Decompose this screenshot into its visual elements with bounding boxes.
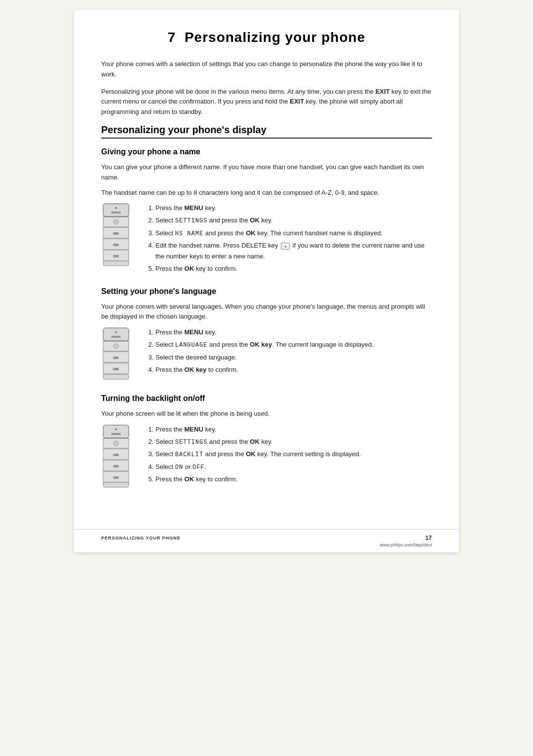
- svg-point-18: [114, 344, 118, 349]
- chapter-title: Personalizing your phone: [185, 30, 365, 45]
- svg-text:menu: menu: [112, 335, 121, 338]
- svg-rect-23: [103, 374, 129, 379]
- step-3c: Select BACKLIT and press the OK key. The…: [155, 449, 432, 460]
- svg-text:▲: ▲: [114, 206, 118, 209]
- subsection-text-1a: You can give your phone a different name…: [101, 162, 432, 183]
- subsection-heading-language: Setting your phone's language: [101, 287, 432, 296]
- svg-text:OK: OK: [113, 453, 119, 457]
- subsection-text-1b: The handset name can be up to 8 characte…: [101, 188, 432, 198]
- svg-text:OK: OK: [113, 231, 119, 236]
- svg-text:▲: ▲: [114, 330, 118, 333]
- svg-text:OK: OK: [113, 243, 119, 247]
- step-1c: Select HS NAME and press the OK key. The…: [155, 228, 432, 239]
- step-2c: Select the desired language.: [155, 352, 432, 363]
- step-3d: Select ON or OFF.: [155, 462, 432, 472]
- svg-text:menu: menu: [112, 211, 121, 214]
- footer-section-label: PERSONALIZING YOUR PHONE: [101, 536, 181, 540]
- chapter-number: 7: [168, 30, 176, 45]
- svg-text:OK: OK: [113, 475, 119, 480]
- svg-text:OK: OK: [113, 464, 119, 468]
- instruction-block-backlight: ▲ menu OK OK OK Press the MENU key. Sele…: [101, 424, 432, 490]
- intro-paragraph-2: Personalizing your phone will be done in…: [101, 87, 432, 117]
- instruction-block-language: ▲ menu OK OK Press the MENU key. Select …: [101, 327, 432, 383]
- svg-point-5: [114, 219, 118, 224]
- subsection-text-3a: Your phone screen will be lit when the p…: [101, 409, 432, 419]
- step-2a: Press the MENU key.: [155, 327, 432, 338]
- svg-rect-12: [103, 261, 129, 266]
- page-footer: PERSONALIZING YOUR PHONE 17: [74, 529, 459, 541]
- steps-list-giving-name: Press the MENU key. Select SETTINGS and …: [145, 203, 432, 276]
- subsection-heading-backlight: Turning the backlight on/off: [101, 394, 432, 403]
- svg-text:OK: OK: [113, 254, 119, 258]
- svg-point-29: [114, 441, 118, 446]
- svg-text:OK: OK: [113, 356, 119, 360]
- page: 7 Personalizing your phone Your phone co…: [74, 10, 459, 552]
- footer-url: www.philips.com/faqs/dect: [380, 542, 432, 547]
- instruction-block-giving-name: ▲ menu OK OK OK Pr: [101, 203, 432, 276]
- step-3b: Select SETTINGS and press the OK key.: [155, 436, 432, 447]
- intro-paragraph-1: Your phone comes with a selection of set…: [101, 59, 432, 80]
- step-1a: Press the MENU key.: [155, 203, 432, 214]
- phone-graphic-2: ▲ menu OK OK: [101, 327, 135, 383]
- page-title: 7 Personalizing your phone: [101, 30, 432, 45]
- step-1d: Edit the handset name. Press DELETE key …: [155, 240, 432, 262]
- step-2b: Select LANGUAGE and press the OK key. Th…: [155, 339, 432, 350]
- steps-list-backlight: Press the MENU key. Select SETTINGS and …: [145, 424, 432, 486]
- subsection-text-2a: Your phone comes with several languages.…: [101, 302, 432, 323]
- svg-text:menu: menu: [112, 432, 121, 435]
- footer-page-number: 17: [425, 535, 432, 541]
- subsection-heading-giving-name: Giving your phone a name: [101, 147, 432, 156]
- step-3e: Press the OK key to confirm.: [155, 474, 432, 485]
- phone-graphic-1: ▲ menu OK OK OK: [101, 203, 135, 269]
- step-1b: Select SETTINGS and press the OK key.: [155, 215, 432, 226]
- svg-text:OK: OK: [113, 367, 119, 371]
- step-1e: Press the OK key to confirm.: [155, 263, 432, 274]
- section-heading: Personalizing your phone's display: [101, 124, 432, 139]
- step-3a: Press the MENU key.: [155, 424, 432, 435]
- svg-text:▲: ▲: [114, 427, 118, 431]
- steps-list-language: Press the MENU key. Select LANGUAGE and …: [145, 327, 432, 377]
- phone-graphic-3: ▲ menu OK OK OK: [101, 424, 135, 490]
- step-2d: Press the OK key to confirm.: [155, 364, 432, 375]
- svg-rect-36: [103, 482, 129, 487]
